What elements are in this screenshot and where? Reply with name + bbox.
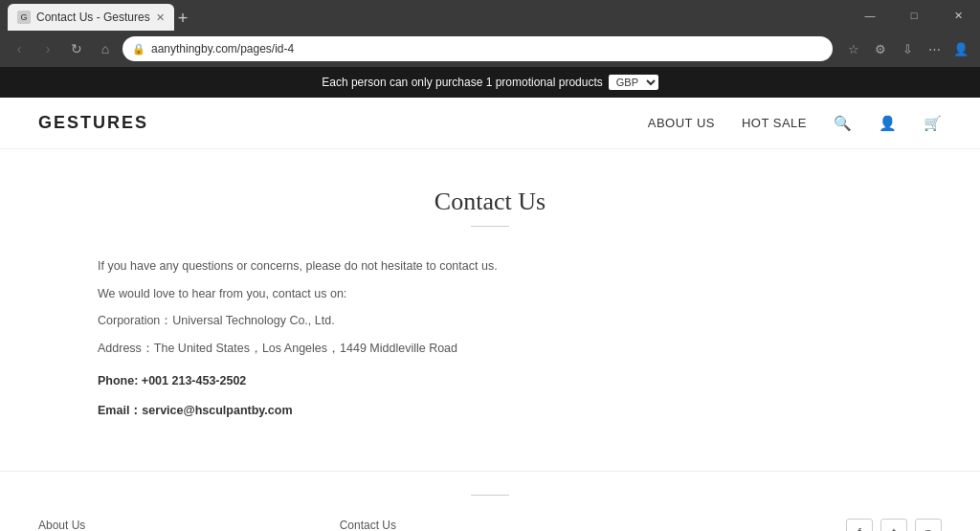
currency-select[interactable]: GBP USD EUR	[609, 75, 658, 90]
facebook-button[interactable]: f	[846, 519, 873, 531]
minimize-button[interactable]: —	[848, 0, 892, 31]
profile-icon[interactable]: 👤	[949, 37, 972, 60]
pinterest-button[interactable]: p	[915, 519, 942, 531]
bookmark-icon[interactable]: ☆	[842, 37, 865, 60]
page-wrapper: Each person can only purchase 1 promotio…	[0, 67, 980, 531]
title-divider	[471, 226, 509, 227]
tab-close-button[interactable]: ✕	[156, 11, 165, 24]
tab-bar: G Contact Us - Gestures ✕ + — □ ✕	[0, 0, 980, 31]
account-icon[interactable]: 👤	[879, 115, 897, 132]
tab-favicon: G	[17, 11, 31, 24]
phone-info: Phone: +001 213-453-2502	[98, 374, 882, 387]
footer-columns: About Us Shipping Policy Terms Of Servic…	[38, 519, 942, 531]
phone-value: +001 213-453-2502	[142, 374, 246, 387]
forward-button[interactable]: ›	[36, 37, 59, 60]
download-icon[interactable]: ⇩	[896, 37, 919, 60]
corporation-label: Corporation：	[98, 314, 172, 327]
cart-icon[interactable]: 🛒	[924, 115, 942, 132]
address-bar[interactable]: 🔒 aanythingby.com/pages/id-4	[122, 36, 833, 61]
twitter-button[interactable]: t	[880, 519, 907, 531]
refresh-button[interactable]: ↻	[65, 37, 88, 60]
home-button[interactable]: ⌂	[94, 37, 117, 60]
email-info: Email：service@hsculpantby.com	[98, 403, 882, 419]
phone-label: Phone:	[98, 374, 142, 387]
address-info: Address：The United States，Los Angeles，14…	[98, 338, 882, 360]
footer-col-2: Contact Us Return Policy Privacy Policy	[340, 519, 641, 531]
window-controls: — □ ✕	[848, 0, 980, 31]
page-content: Each person can only purchase 1 promotio…	[0, 67, 980, 531]
extensions-icon[interactable]: ⚙	[869, 37, 892, 60]
contact-paragraph-2: We would love to hear from you, contact …	[98, 283, 882, 305]
page-title: Contact Us	[98, 188, 882, 216]
site-logo[interactable]: GESTURES	[38, 113, 148, 133]
footer-col-1: About Us Shipping Policy Terms Of Servic…	[38, 519, 340, 531]
close-button[interactable]: ✕	[936, 0, 980, 31]
footer-link-about[interactable]: About Us	[38, 519, 340, 531]
main-content: Contact Us If you have any questions or …	[59, 149, 921, 452]
email-value: service@hsculpantby.com	[142, 404, 292, 417]
nav-about-us[interactable]: ABOUT US	[648, 116, 715, 130]
corporation-value: Universal Technology Co., Ltd.	[172, 314, 334, 327]
tab-title: Contact Us - Gestures	[36, 11, 150, 24]
footer-link-contact[interactable]: Contact Us	[340, 519, 641, 531]
footer-divider	[471, 495, 509, 496]
footer-col-right: f t p © 2022-2025. Powered by aanythingb…	[640, 519, 942, 531]
social-links: f t p	[846, 519, 942, 531]
email-label: Email：	[98, 404, 142, 417]
active-tab[interactable]: G Contact Us - Gestures ✕	[8, 4, 174, 31]
search-icon[interactable]: 🔍	[834, 115, 852, 132]
address-value: The United States，Los Angeles，1449 Middl…	[154, 342, 457, 355]
site-header: GESTURES ABOUT US HOT SALE 🔍 👤 🛒	[0, 98, 980, 149]
address-text: aanythingby.com/pages/id-4	[151, 42, 294, 55]
browser-window: G Contact Us - Gestures ✕ + — □ ✕ ‹ › ↻ …	[0, 0, 980, 531]
browser-menu-icon[interactable]: ⋯	[923, 37, 946, 60]
browser-toolbar-icons: ☆ ⚙ ⇩ ⋯ 👤	[842, 37, 972, 60]
site-footer: About Us Shipping Policy Terms Of Servic…	[0, 471, 980, 531]
corporation-info: Corporation：Universal Technology Co., Lt…	[98, 310, 882, 332]
contact-paragraph-1: If you have any questions or concerns, p…	[98, 255, 882, 277]
nav-hot-sale[interactable]: HOT SALE	[742, 116, 807, 130]
new-tab-button[interactable]: +	[178, 9, 189, 31]
promo-banner: Each person can only purchase 1 promotio…	[0, 67, 980, 98]
lock-icon: 🔒	[132, 43, 145, 55]
maximize-button[interactable]: □	[892, 0, 936, 31]
back-button[interactable]: ‹	[8, 37, 31, 60]
address-label: Address：	[98, 342, 154, 355]
promo-text: Each person can only purchase 1 promotio…	[322, 76, 603, 89]
site-nav: ABOUT US HOT SALE 🔍 👤 🛒	[648, 115, 942, 132]
address-bar-row: ‹ › ↻ ⌂ 🔒 aanythingby.com/pages/id-4 ☆ ⚙…	[0, 31, 980, 67]
